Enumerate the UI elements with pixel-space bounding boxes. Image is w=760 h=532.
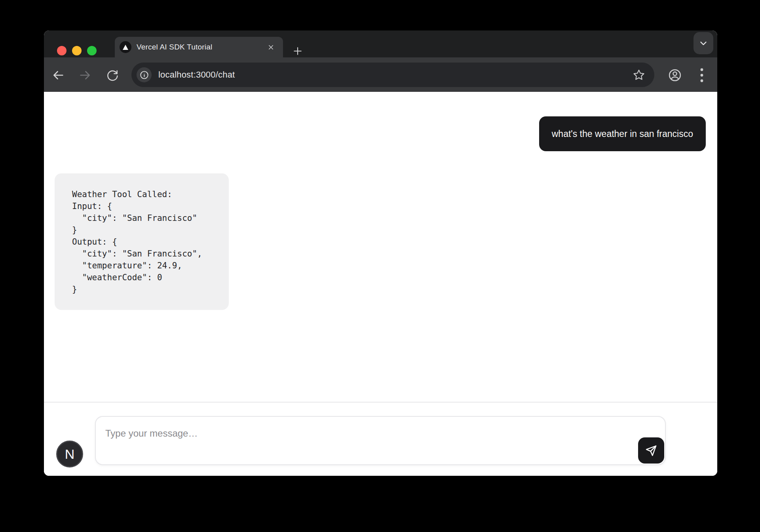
- site-info-button[interactable]: [137, 67, 152, 82]
- back-arrow-icon: [51, 68, 65, 82]
- user-message-bubble: what's the weather in san francisco: [539, 116, 706, 151]
- kebab-menu-icon: [700, 68, 703, 83]
- avatar-letter: N: [65, 446, 75, 462]
- chat-page: what's the weather in san francisco Weat…: [44, 92, 717, 476]
- tab-title: Vercel AI SDK Tutorial: [137, 43, 265, 51]
- browser-menu-button[interactable]: [696, 67, 707, 84]
- navigation-bar: localhost:3000/chat: [44, 57, 717, 92]
- chevron-down-icon: [698, 38, 709, 48]
- forward-button[interactable]: [78, 68, 92, 82]
- info-icon: [139, 70, 149, 80]
- browser-window: Vercel AI SDK Tutorial: [44, 30, 717, 476]
- traffic-lights: [57, 46, 97, 55]
- address-bar[interactable]: localhost:3000/chat: [131, 63, 654, 87]
- reload-button[interactable]: [105, 68, 119, 82]
- back-button[interactable]: [51, 68, 65, 82]
- forward-arrow-icon: [78, 68, 92, 82]
- url-text[interactable]: localhost:3000/chat: [158, 70, 235, 80]
- tab-search-button[interactable]: [694, 32, 713, 54]
- tab-vercel-ai-sdk-tutorial[interactable]: Vercel AI SDK Tutorial: [115, 37, 283, 57]
- profile-icon: [668, 68, 682, 82]
- tool-output-card: Weather Tool Called: Input: { "city": "S…: [55, 173, 229, 310]
- message-input-container: [95, 416, 666, 465]
- zoom-window-button[interactable]: [87, 46, 97, 55]
- paper-plane-icon: [645, 444, 657, 457]
- close-tab-icon[interactable]: [265, 41, 277, 53]
- avatar: N: [56, 441, 83, 467]
- message-input[interactable]: [96, 417, 665, 464]
- send-button[interactable]: [638, 437, 664, 464]
- composer-bar: N: [44, 403, 717, 476]
- bookmark-star-icon[interactable]: [633, 69, 645, 81]
- new-tab-button[interactable]: [289, 45, 306, 57]
- close-window-button[interactable]: [57, 46, 66, 55]
- minimize-window-button[interactable]: [72, 46, 82, 55]
- profile-button[interactable]: [668, 68, 682, 82]
- tool-output-text: Weather Tool Called: Input: { "city": "S…: [72, 188, 229, 295]
- reload-icon: [106, 69, 118, 82]
- titlebar: Vercel AI SDK Tutorial: [44, 30, 717, 57]
- vercel-triangle-icon: [120, 41, 131, 53]
